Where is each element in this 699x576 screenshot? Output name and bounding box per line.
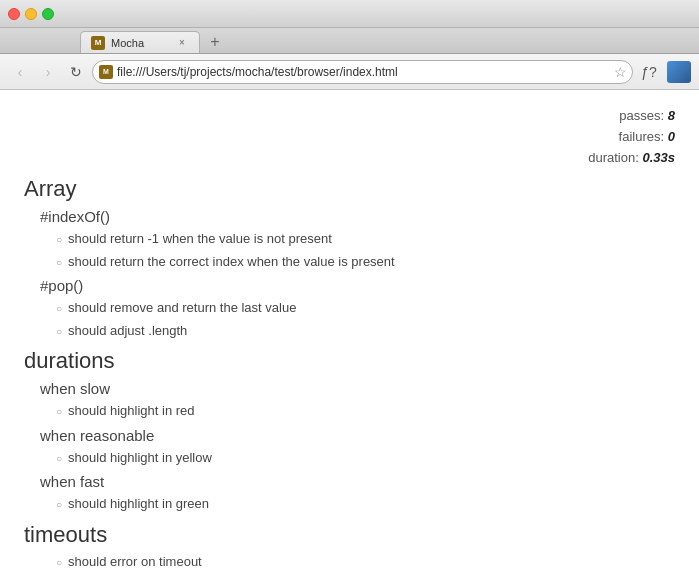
title-bar [0,0,699,28]
bullet-icon: ○ [56,324,62,339]
bullet-icon: ○ [56,497,62,512]
refresh-button[interactable]: ↻ [64,60,88,84]
page-content: passes: 8 failures: 0 duration: 0.33s Ar… [0,90,699,576]
suite-subtitle-array-1: #pop() [40,277,675,294]
bullet-icon: ○ [56,232,62,247]
duration-label: duration: [588,150,639,165]
tab-title: Mocha [111,37,144,49]
test-name: should highlight in green [68,494,209,514]
passes-stat: passes: 8 [24,106,675,127]
test-stats: passes: 8 failures: 0 duration: 0.33s [24,106,675,168]
close-button[interactable] [8,8,20,20]
forward-button[interactable]: › [36,60,60,84]
suite-subtitle-durations-0: when slow [40,380,675,397]
maximize-button[interactable] [42,8,54,20]
test-list-timeouts-0: ○should error on timeout [24,552,675,572]
tab-close-button[interactable]: × [175,36,189,50]
test-name: should error on timeout [68,552,202,572]
suite-subtitle-durations-2: when fast [40,473,675,490]
address-input[interactable] [92,60,633,84]
bullet-icon: ○ [56,451,62,466]
tab-favicon: M [91,36,105,50]
new-tab-button[interactable]: + [204,33,226,51]
suite-subtitle-durations-1: when reasonable [40,427,675,444]
duration-stat: duration: 0.33s [24,148,675,169]
passes-label: passes: [619,108,664,123]
suite-array: Array#indexOf()○should return -1 when th… [24,176,675,340]
list-item: ○should error on timeout [56,552,675,572]
extension-icon[interactable] [667,61,691,83]
test-name: should return -1 when the value is not p… [68,229,332,249]
bullet-icon: ○ [56,555,62,570]
failures-value: 0 [668,129,675,144]
test-name: should return the correct index when the… [68,252,395,272]
test-list-durations-2: ○should highlight in green [24,494,675,514]
suite-durations: durationswhen slow○should highlight in r… [24,348,675,514]
test-list-array-0: ○should return -1 when the value is not … [24,229,675,271]
back-button[interactable]: ‹ [8,60,32,84]
suite-title-timeouts: timeouts [24,522,675,548]
test-list-durations-0: ○should highlight in red [24,401,675,421]
list-item: ○should return -1 when the value is not … [56,229,675,249]
address-bar-container: M ☆ [92,60,633,84]
bullet-icon: ○ [56,301,62,316]
tab-bar: M Mocha × + [0,28,699,54]
test-list-durations-1: ○should highlight in yellow [24,448,675,468]
failures-label: failures: [619,129,665,144]
test-name: should highlight in yellow [68,448,212,468]
traffic-lights [8,8,54,20]
list-item: ○should return the correct index when th… [56,252,675,272]
bullet-icon: ○ [56,404,62,419]
suite-timeouts: timeouts○should error on timeout [24,522,675,572]
test-name: should remove and return the last value [68,298,296,318]
test-name: should adjust .length [68,321,187,341]
nav-bar: ‹ › ↻ M ☆ ƒ? [0,54,699,90]
list-item: ○should adjust .length [56,321,675,341]
suite-title-durations: durations [24,348,675,374]
bookmark-icon[interactable]: ƒ? [637,60,661,84]
list-item: ○should remove and return the last value [56,298,675,318]
test-name: should highlight in red [68,401,194,421]
failures-stat: failures: 0 [24,127,675,148]
test-list-array-1: ○should remove and return the last value… [24,298,675,340]
list-item: ○should highlight in green [56,494,675,514]
suites-container: Array#indexOf()○should return -1 when th… [24,176,675,571]
minimize-button[interactable] [25,8,37,20]
suite-subtitle-array-0: #indexOf() [40,208,675,225]
passes-value: 8 [668,108,675,123]
nav-extras: ƒ? [637,60,691,84]
bookmark-star-icon[interactable]: ☆ [614,64,627,80]
address-favicon: M [99,65,113,79]
active-tab[interactable]: M Mocha × [80,31,200,53]
bullet-icon: ○ [56,255,62,270]
list-item: ○should highlight in red [56,401,675,421]
list-item: ○should highlight in yellow [56,448,675,468]
suite-title-array: Array [24,176,675,202]
duration-value: 0.33s [642,150,675,165]
